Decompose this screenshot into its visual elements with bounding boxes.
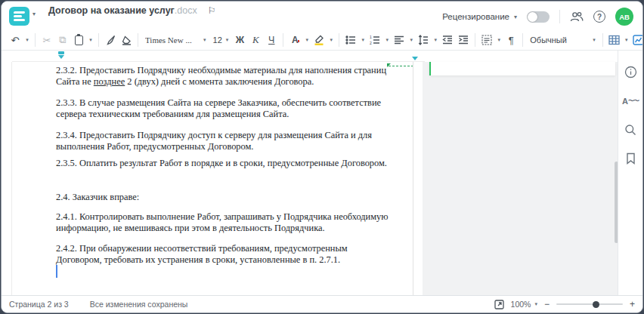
svg-text:2: 2: [370, 41, 372, 45]
paragraph-2-3-2[interactable]: 2.3.2. Предоставить Подрядчику необходим…: [56, 65, 390, 88]
table-caret-icon[interactable]: ▾: [623, 32, 630, 48]
left-indent-marker[interactable]: [58, 55, 64, 59]
paragraph-settings-caret-icon[interactable]: ▾: [495, 32, 503, 48]
paste-button[interactable]: [71, 32, 86, 48]
format-painter-button[interactable]: [103, 32, 118, 48]
increase-indent-button[interactable]: [456, 32, 471, 48]
font-size-caret-icon: ▾: [226, 37, 229, 43]
align-caret-icon[interactable]: ▾: [407, 32, 415, 48]
line-spacing-caret-icon[interactable]: ▾: [432, 32, 439, 48]
undo-button[interactable]: ↶: [8, 32, 23, 48]
copy-button[interactable]: ⧉: [55, 32, 70, 48]
paragraph-style-value: Обычный: [530, 35, 589, 45]
help-icon[interactable]: ?: [593, 11, 605, 23]
font-size-value: 12: [213, 35, 222, 45]
logo-menu-caret-icon[interactable]: ▾: [33, 11, 36, 17]
bullet-list-caret-icon[interactable]: ▾: [359, 32, 367, 48]
insert-chart-button[interactable]: [631, 32, 643, 48]
app-window: ▾ Договор на оказание услуг.docx⚐ Реценз…: [1, 1, 643, 313]
document-title-extension: .docx: [175, 5, 197, 16]
review-mode-label[interactable]: Рецензирование: [442, 12, 509, 21]
paragraph-style-caret-icon: ▾: [593, 37, 596, 43]
document-info-icon[interactable]: [624, 66, 637, 78]
review-caret-icon[interactable]: ▾: [514, 14, 517, 20]
first-line-indent-marker[interactable]: [58, 51, 64, 54]
zoom-in-button[interactable]: +: [630, 299, 635, 309]
toolbar-divider: [35, 33, 36, 47]
zoom-slider[interactable]: [556, 303, 623, 305]
paste-caret-icon[interactable]: ▾: [87, 32, 94, 48]
paragraph-text: 2 (двух) дней с момента заключения Догов…: [125, 76, 314, 87]
toolbar-divider: [522, 33, 523, 47]
spellcheck-icon[interactable]: А〜〜: [624, 94, 637, 107]
review-toggle[interactable]: [527, 11, 550, 23]
font-color-button[interactable]: А: [287, 32, 302, 48]
zoom-caret-icon[interactable]: ▾: [534, 301, 537, 307]
paragraph-2-4-1[interactable]: 2.4.1. Контролировать выполнение Работ, …: [56, 211, 390, 234]
undo-caret-icon[interactable]: ▾: [23, 32, 31, 48]
zoom-out-button[interactable]: −: [544, 299, 550, 309]
horizontal-ruler[interactable]: [12, 51, 425, 62]
page-indicator[interactable]: Страница 2 из 3: [9, 300, 69, 309]
font-size-select[interactable]: 12 ▾: [210, 32, 232, 48]
vertical-ruler[interactable]: [2, 62, 12, 295]
numbered-list-button[interactable]: 12: [367, 32, 382, 48]
save-status: Все изменения сохранены: [90, 300, 188, 309]
comments-panel: [423, 62, 620, 295]
decrease-indent-button[interactable]: [440, 32, 455, 48]
paragraph-2-4[interactable]: 2.4. Заказчик вправе:: [56, 192, 390, 203]
paragraph-2-4-2[interactable]: 2.4.2. При обнаружении несоответствий тр…: [56, 243, 390, 266]
toolbar-divider: [283, 33, 283, 47]
app-logo-icon[interactable]: [9, 7, 29, 26]
status-bar: Страница 2 из 3 Все изменения сохранены …: [2, 295, 642, 312]
paragraph-settings-button[interactable]: [479, 32, 494, 48]
search-icon[interactable]: [624, 123, 637, 136]
bullet-list-button[interactable]: [343, 32, 358, 48]
toolbar-divider: [475, 33, 475, 47]
bookmark-icon[interactable]: [624, 152, 637, 165]
toolbar-divider: [138, 33, 138, 47]
header: ▾ Договор на оказание услуг.docx⚐ Реценз…: [2, 2, 642, 30]
header-divider: [559, 10, 560, 23]
line-spacing-button[interactable]: [416, 32, 431, 48]
zoom-slider-thumb[interactable]: [593, 301, 599, 308]
document-title-text: Договор на оказание услуг: [48, 5, 175, 16]
user-avatar[interactable]: АВ: [615, 8, 633, 26]
comment-anchor-connector: [389, 66, 413, 66]
comment-thread[interactable]: [429, 62, 615, 75]
paragraph-2-3-5[interactable]: 2.3.5. Оплатить результат Работ в порядк…: [56, 158, 390, 169]
document-content[interactable]: 2.3.2. Предоставить Подрядчику необходим…: [12, 62, 413, 266]
align-button[interactable]: [392, 32, 407, 48]
header-right: Рецензирование ▾ ? АВ: [442, 8, 633, 26]
right-indent-marker[interactable]: [412, 57, 418, 60]
font-name-caret-icon: ▾: [203, 37, 206, 43]
svg-text:1: 1: [370, 35, 372, 39]
toolbar-divider: [98, 33, 99, 47]
numbered-list-caret-icon[interactable]: ▾: [383, 32, 391, 48]
font-name-select[interactable]: Times New ... ▾: [142, 32, 209, 48]
clear-formatting-button[interactable]: [119, 32, 134, 48]
document-page[interactable]: 2.3.2. Предоставить Подрядчику необходим…: [12, 62, 413, 295]
paragraph-2-3-3[interactable]: 2.3.3. В случае размещения Сайта на серв…: [56, 97, 390, 120]
fit-to-width-icon[interactable]: [494, 300, 504, 309]
highlight-caret-icon[interactable]: ▾: [327, 32, 335, 48]
right-sidebar: А〜〜: [618, 51, 642, 295]
table-button[interactable]: [607, 32, 622, 48]
toolbar: ↶ ▾ ✂ ⧉ ▾ Times New ... ▾ 12 ▾ Ж К Ч А ▾: [2, 30, 642, 51]
collaboration-users-icon[interactable]: [570, 11, 584, 22]
paragraph-style-select[interactable]: Обычный ▾: [527, 32, 599, 48]
cut-button[interactable]: ✂: [39, 32, 54, 48]
underline-button[interactable]: Ч: [264, 32, 279, 48]
show-paragraph-marks-button[interactable]: ¶: [503, 32, 519, 48]
italic-button[interactable]: К: [248, 32, 263, 48]
paragraph-2-3-4[interactable]: 2.3.4. Предоставить Подрядчику доступ к …: [56, 130, 390, 152]
bold-button[interactable]: Ж: [232, 32, 247, 48]
highlight-color-button[interactable]: [311, 32, 327, 48]
flag-icon[interactable]: ⚐: [208, 5, 216, 16]
document-title: Договор на оказание услуг.docx⚐: [48, 5, 215, 16]
inserted-text: позднее: [94, 76, 125, 87]
font-color-caret-icon[interactable]: ▾: [303, 32, 311, 48]
font-name-value: Times New ...: [145, 35, 200, 45]
zoom-value[interactable]: 100%: [511, 300, 531, 309]
toolbar-divider: [339, 33, 339, 47]
